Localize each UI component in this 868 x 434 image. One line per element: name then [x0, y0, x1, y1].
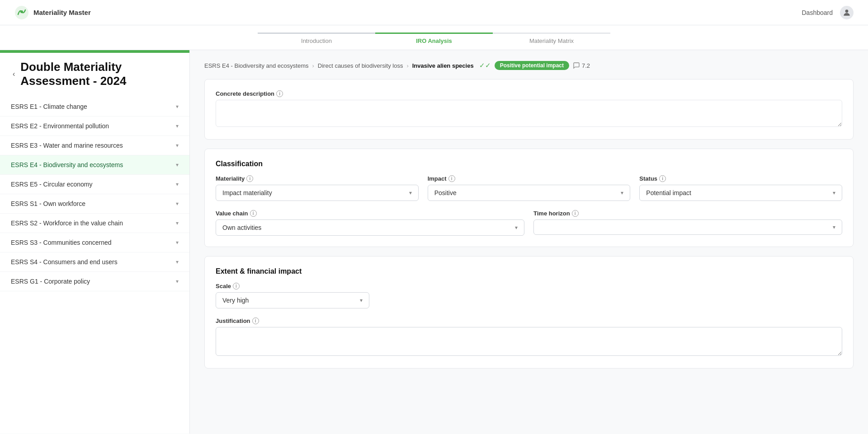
brand: Materiality Master: [14, 5, 91, 20]
status-select[interactable]: Potential impact ▾: [639, 185, 842, 201]
main-container: ‹ Double Materiality Assessment - 2024 E…: [0, 50, 868, 434]
content-area: ESRS E4 - Biodiversity and ecosystems › …: [190, 50, 868, 434]
sidebar-item-e2[interactable]: ESRS E2 - Environmental pollution ▾: [0, 117, 189, 136]
sidebar-item-label: ESRS S4 - Consumers and end users: [11, 258, 118, 266]
sidebar-item-label: ESRS E1 - Climate change: [11, 103, 87, 110]
score-badge: 7.2: [573, 62, 590, 69]
justification-info-icon[interactable]: i: [252, 317, 259, 324]
sidebar-item-s2[interactable]: ESRS S2 - Workforce in the value chain ▾: [0, 214, 189, 233]
tab-iro-analysis[interactable]: IRO Analysis: [375, 33, 493, 50]
value-chain-value: Own activities: [222, 224, 261, 231]
extent-title: Extent & financial impact: [216, 267, 842, 275]
check-double-icon: ✓✓: [479, 61, 491, 70]
value-chain-field: Value chain i Own activities ▾: [216, 210, 524, 236]
collapse-sidebar-button[interactable]: ‹: [11, 69, 17, 79]
chevron-down-icon: ▾: [176, 201, 179, 207]
breadcrumb-sep-1: ›: [312, 62, 314, 69]
impact-label: Impact: [428, 175, 447, 182]
sidebar-list: ESRS E1 - Climate change ▾ ESRS E2 - Env…: [0, 93, 189, 295]
time-horizon-label: Time horizon: [533, 210, 570, 217]
sidebar-item-label: ESRS S3 - Communities concerned: [11, 239, 112, 246]
sidebar-item-s3[interactable]: ESRS S3 - Communities concerned ▾: [0, 233, 189, 252]
concrete-description-textarea[interactable]: [216, 100, 842, 127]
chevron-down-icon: ▾: [176, 259, 179, 265]
comment-icon: [573, 62, 580, 69]
classification-grid-row1: Materiality i Impact materiality ▾ Impac…: [216, 175, 842, 201]
materiality-field: Materiality i Impact materiality ▾: [216, 175, 419, 201]
status-field: Status i Potential impact ▾: [639, 175, 842, 201]
materiality-select[interactable]: Impact materiality ▾: [216, 185, 419, 201]
classification-card: Classification Materiality i Impact mate…: [204, 149, 854, 247]
chevron-down-icon: ▾: [176, 162, 179, 168]
svg-point-1: [20, 10, 23, 13]
time-horizon-info-icon[interactable]: i: [572, 210, 579, 217]
concrete-description-card: Concrete description i: [204, 79, 854, 140]
value-chain-chevron-icon: ▾: [515, 224, 518, 231]
sidebar-item-label: ESRS E2 - Environmental pollution: [11, 122, 109, 130]
justification-field: Justification i: [216, 317, 842, 357]
scale-label: Scale: [216, 283, 231, 289]
impact-value: Positive: [434, 189, 457, 196]
page-title: Double Materiality Assessment - 2024: [20, 60, 179, 88]
breadcrumb-current: Invasive alien species: [412, 62, 474, 69]
sidebar-item-label: ESRS G1 - Corporate policy: [11, 278, 90, 285]
chevron-down-icon: ▾: [176, 220, 179, 226]
extent-card: Extent & financial impact Scale i Very h…: [204, 256, 854, 369]
status-info-icon[interactable]: i: [659, 175, 666, 182]
impact-info-icon[interactable]: i: [448, 175, 455, 182]
svg-point-2: [845, 9, 849, 13]
dashboard-link[interactable]: Dashboard: [802, 9, 833, 16]
materiality-chevron-icon: ▾: [409, 190, 412, 196]
materiality-value: Impact materiality: [222, 189, 272, 196]
sidebar-item-e5[interactable]: ESRS E5 - Circular economy ▾: [0, 175, 189, 194]
sidebar-item-label: ESRS E3 - Water and marine resources: [11, 142, 123, 149]
scale-select[interactable]: Very high ▾: [216, 292, 369, 308]
scale-info-icon[interactable]: i: [233, 283, 240, 289]
sidebar-item-s1[interactable]: ESRS S1 - Own workforce ▾: [0, 194, 189, 214]
tab-introduction[interactable]: Introduction: [258, 33, 375, 50]
breadcrumb: ESRS E4 - Biodiversity and ecosystems › …: [204, 61, 854, 70]
breadcrumb-direct-causes[interactable]: Direct causes of biodiversity loss: [318, 62, 403, 69]
value-chain-select[interactable]: Own activities ▾: [216, 219, 524, 236]
chevron-down-icon: ▾: [176, 142, 179, 149]
impact-select[interactable]: Positive ▾: [428, 185, 631, 201]
sidebar-item-s4[interactable]: ESRS S4 - Consumers and end users ▾: [0, 252, 189, 272]
materiality-label: Materiality: [216, 175, 245, 182]
brand-logo-icon: [14, 5, 29, 20]
score-value: 7.2: [582, 62, 590, 69]
justification-textarea[interactable]: [216, 327, 842, 356]
concrete-description-label: Concrete description i: [216, 90, 842, 97]
classification-grid-row2: Value chain i Own activities ▾ Time hori…: [216, 210, 842, 236]
sidebar-item-label: ESRS E5 - Circular economy: [11, 181, 93, 188]
sidebar-item-e3[interactable]: ESRS E3 - Water and marine resources ▾: [0, 136, 189, 155]
breadcrumb-e4[interactable]: ESRS E4 - Biodiversity and ecosystems: [204, 62, 308, 69]
top-navigation: Materiality Master Dashboard: [0, 0, 868, 25]
concrete-description-info-icon[interactable]: i: [276, 90, 283, 97]
progress-tabs: Introduction IRO Analysis Materiality Ma…: [0, 25, 868, 50]
nav-right: Dashboard: [802, 6, 854, 19]
justification-label: Justification: [216, 317, 250, 324]
classification-title: Classification: [216, 160, 842, 168]
time-horizon-select[interactable]: ▾: [533, 219, 842, 235]
user-avatar[interactable]: [840, 6, 854, 19]
tab-materiality-matrix[interactable]: Materiality Matrix: [493, 33, 610, 50]
materiality-info-icon[interactable]: i: [246, 175, 253, 182]
chevron-down-icon: ▾: [176, 103, 179, 110]
scale-value: Very high: [222, 297, 249, 304]
chevron-down-icon: ▾: [176, 278, 179, 285]
impact-field: Impact i Positive ▾: [428, 175, 631, 201]
status-value: Potential impact: [646, 189, 691, 196]
sidebar-item-e4[interactable]: ESRS E4 - Biodiversity and ecosystems ▾: [0, 155, 189, 175]
value-chain-info-icon[interactable]: i: [250, 210, 257, 217]
status-label: Status: [639, 175, 657, 182]
value-chain-label: Value chain: [216, 210, 248, 217]
sidebar-item-e1[interactable]: ESRS E1 - Climate change ▾: [0, 97, 189, 117]
time-horizon-field: Time horizon i ▾: [533, 210, 842, 236]
status-chevron-icon: ▾: [833, 190, 835, 196]
chevron-down-icon: ▾: [176, 123, 179, 129]
impact-chevron-icon: ▾: [621, 190, 623, 196]
scale-field: Scale i Very high ▾: [216, 283, 369, 308]
chevron-down-icon: ▾: [176, 181, 179, 187]
time-horizon-chevron-icon: ▾: [833, 224, 835, 230]
sidebar-item-g1[interactable]: ESRS G1 - Corporate policy ▾: [0, 272, 189, 291]
